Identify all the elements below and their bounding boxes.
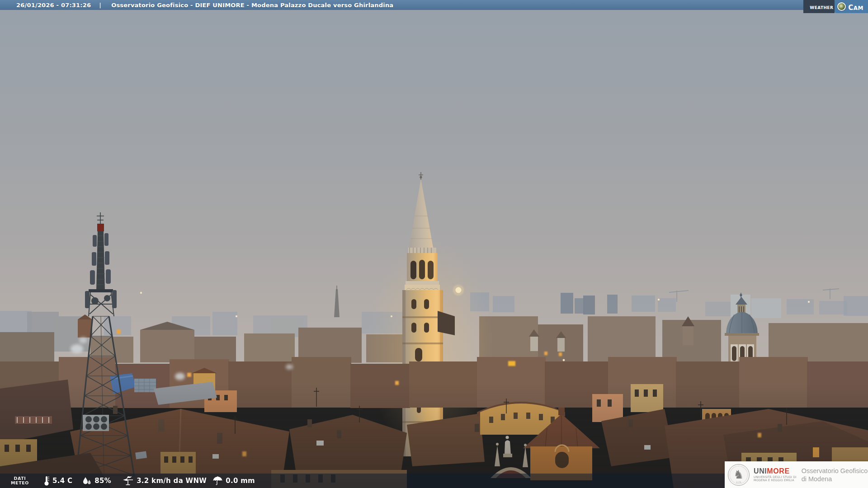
unimore-brand: UNIMORE UNIVERSITÀ DEGLI STUDI DI MODENA… (754, 467, 797, 482)
separator: | (99, 2, 101, 9)
webcam-title: Osservatorio Geofisico - DIEF UNIMORE - … (111, 2, 393, 9)
wind-reading: 3.2 km/h da WNW (122, 475, 207, 486)
umbrella-icon (212, 476, 223, 486)
weathercam-cam-label: Cam (848, 1, 863, 12)
wind-value: 3.2 km/h da WNW (137, 477, 207, 485)
observatory-name: Osservatorio Geofisico di Modena (802, 467, 868, 483)
precipitation-value: 0.0 mm (226, 477, 255, 485)
title-bar: 26/01/2026 - 07:31:26 | Osservatorio Geo… (0, 0, 868, 10)
weathercam-weather-label: Weather (803, 0, 835, 13)
raindrops-icon (82, 476, 92, 486)
humidity-reading: 85% (82, 476, 111, 486)
unimore-badge: ♞ 1175 UNIMORE UNIVERSITÀ DEGLI STUDI DI… (725, 461, 868, 488)
weathercam-cam-chip: Cam (835, 0, 868, 13)
temperature-value: 5.4 C (52, 477, 72, 485)
weathervane-icon (122, 475, 134, 486)
brand-uni: UNI (754, 467, 767, 475)
weathercam-logo: Weather Cam (803, 0, 868, 13)
webcam-frame: 26/01/2026 - 07:31:26 | Osservatorio Geo… (0, 0, 868, 488)
weather-data-label: DATI METEO (11, 476, 29, 485)
unimore-seal-logo: ♞ 1175 (728, 464, 750, 486)
humidity-value: 85% (94, 477, 111, 485)
timestamp: 26/01/2026 - 07:31:26 (16, 2, 91, 9)
knight-icon: ♞ (733, 469, 744, 480)
precipitation-reading: 0.0 mm (212, 476, 255, 486)
webcam-photo (0, 0, 868, 488)
temperature-reading: 5.4 C (43, 475, 72, 486)
brand-more: MORE (767, 467, 789, 475)
camera-lens-icon (837, 2, 846, 11)
university-name-line2: MODENA E REGGIO EMILIA (754, 479, 797, 482)
thermometer-icon (43, 475, 50, 486)
